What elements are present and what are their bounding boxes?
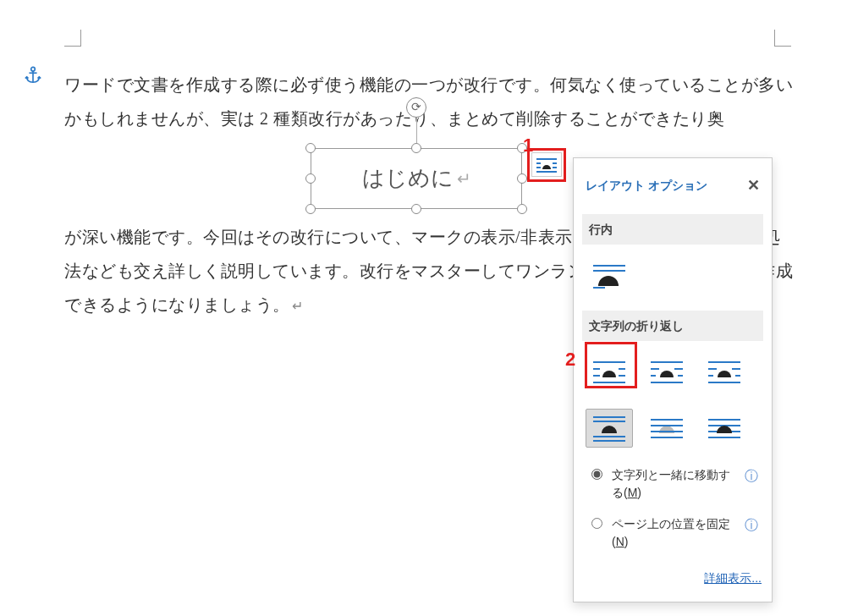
layout-options-icon [535,156,558,174]
textbox-frame[interactable]: はじめに ↵ [311,148,522,209]
radio-move-with-text-input[interactable] [591,469,602,480]
margin-mark-right [774,30,791,47]
section-inline-label: 行内 [582,214,763,245]
textbox-selection[interactable]: ⟳ はじめに ↵ [311,148,522,209]
anchor-icon [24,66,42,85]
paragraph-text: ワードで文書を作成する際に必ず使う機能の一つが改行です。何気なく使っていることが… [64,75,793,128]
return-mark-icon: ↵ [457,162,471,195]
info-icon[interactable]: ⓘ [745,466,758,487]
annotation-label-2: 2 [565,341,575,378]
radio-fix-position[interactable]: ページ上の位置を固定(N) ⓘ [587,512,758,561]
rotate-handle-line [416,118,417,143]
paragraph-mark-icon: ↵ [290,299,304,313]
body-paragraph-1: ワードで文書を作成する際に必ず使う機能の一つが改行です。何気なく使っていることが… [64,68,798,135]
wrap-top-bottom-option[interactable] [586,409,633,448]
annotation-highlight-2 [585,342,637,388]
wrap-top-bottom-icon [590,413,629,443]
layout-options-panel: レイアウト オプション ✕ 行内 文字列の折り返し [573,157,773,602]
inline-options-row [584,250,762,305]
info-icon[interactable]: ⓘ [745,515,758,536]
wrap-in-front-icon [705,413,744,443]
more-options-row: 詳細表示... [584,561,762,590]
panel-title: レイアウト オプション [586,173,707,197]
panel-header: レイアウト オプション ✕ [584,167,762,209]
wrap-behind-text-option[interactable] [643,409,690,448]
radio-move-with-text-label: 文字列と一緒に移動する(M) [612,466,738,502]
margin-mark-left [64,30,81,47]
section-wrap-label: 文字列の折り返し [582,311,763,341]
resize-handle-se[interactable] [517,204,527,214]
radio-fix-position-input[interactable] [591,518,602,529]
layout-options-button[interactable] [531,152,562,177]
wrap-inline-option[interactable] [586,256,633,295]
more-options-link[interactable]: 詳細表示... [704,571,762,585]
wrap-through-option[interactable] [701,353,748,392]
annotation-label-1: 1 [523,127,533,164]
wrap-tight-option[interactable] [643,353,690,392]
wrap-options-row-2 [584,402,762,458]
position-radio-group: 文字列と一緒に移動する(M) ⓘ ページ上の位置を固定(N) ⓘ [584,458,762,561]
rotate-handle[interactable]: ⟳ [406,97,426,118]
document-page: ワードで文書を作成する際に必ず使う機能の一つが改行です。何気なく使っていることが… [0,0,847,616]
resize-handle-nw[interactable] [305,143,316,153]
resize-handle-n[interactable] [411,143,421,153]
rotate-icon: ⟳ [411,96,421,119]
wrap-behind-text-icon [647,413,686,443]
radio-move-with-text[interactable]: 文字列と一緒に移動する(M) ⓘ [587,463,758,512]
panel-close-button[interactable]: ✕ [747,170,760,201]
svg-point-0 [31,67,36,71]
resize-handle-w[interactable] [305,173,316,184]
wrap-tight-icon [647,357,686,388]
textbox-text: はじめに [362,157,454,201]
wrap-through-icon [705,357,744,388]
resize-handle-s[interactable] [411,204,421,214]
resize-handle-sw[interactable] [305,204,316,214]
wrap-inline-icon [590,261,629,291]
resize-handle-e[interactable] [517,173,527,184]
radio-fix-position-label: ページ上の位置を固定(N) [612,515,738,551]
wrap-in-front-option[interactable] [701,409,748,448]
